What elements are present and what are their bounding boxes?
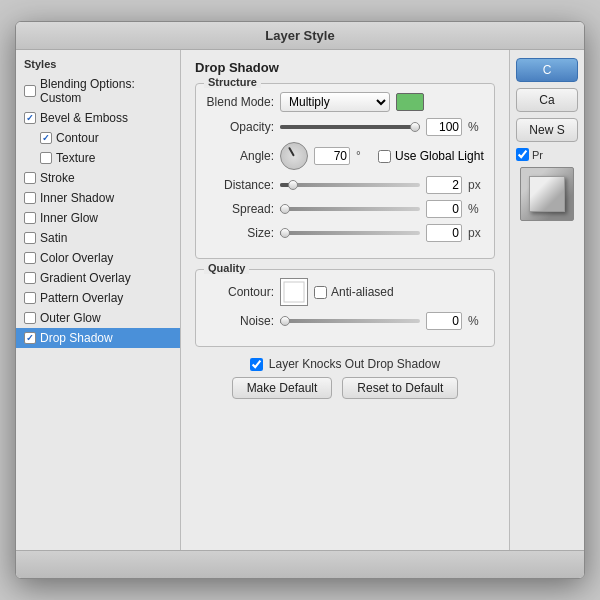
opacity-row: Opacity: %	[206, 118, 484, 136]
sidebar-item-pattern-overlay[interactable]: Pattern Overlay	[16, 288, 180, 308]
size-label: Size:	[206, 226, 274, 240]
preview-label: Pr	[532, 149, 543, 161]
middle-panel: Drop Shadow Structure Blend Mode: Multip…	[181, 50, 509, 550]
sidebar-item-blending-options[interactable]: Blending Options: Custom	[16, 74, 180, 108]
bottom-bar	[16, 550, 584, 578]
sidebar-label-blending-options: Blending Options: Custom	[40, 77, 172, 105]
contour-preview[interactable]	[280, 278, 308, 306]
size-row: Size: px	[206, 224, 484, 242]
knocks-out-checkbox[interactable]	[250, 358, 263, 371]
sidebar-item-outer-glow[interactable]: Outer Glow	[16, 308, 180, 328]
checkbox-gradient-overlay[interactable]	[24, 272, 36, 284]
sidebar-label-texture: Texture	[56, 151, 95, 165]
knocks-out-row: Layer Knocks Out Drop Shadow	[195, 357, 495, 371]
dialog-body: Styles Blending Options: Custom Bevel & …	[16, 50, 584, 550]
spread-slider[interactable]	[280, 207, 420, 211]
reset-default-button[interactable]: Reset to Default	[342, 377, 458, 399]
checkbox-contour[interactable]	[40, 132, 52, 144]
sidebar-label-contour: Contour	[56, 131, 99, 145]
sidebar-label-bevel-emboss: Bevel & Emboss	[40, 111, 128, 125]
sidebar-label-outer-glow: Outer Glow	[40, 311, 101, 325]
checkbox-satin[interactable]	[24, 232, 36, 244]
sidebar-item-inner-shadow[interactable]: Inner Shadow	[16, 188, 180, 208]
checkbox-pattern-overlay[interactable]	[24, 292, 36, 304]
checkbox-outer-glow[interactable]	[24, 312, 36, 324]
spread-label: Spread:	[206, 202, 274, 216]
checkbox-drop-shadow[interactable]	[24, 332, 36, 344]
checkbox-bevel-emboss[interactable]	[24, 112, 36, 124]
sidebar-label-pattern-overlay: Pattern Overlay	[40, 291, 123, 305]
contour-row: Contour: Anti-aliased	[206, 278, 484, 306]
title-bar: Layer Style	[16, 22, 584, 50]
distance-input[interactable]	[426, 176, 462, 194]
blend-mode-select[interactable]: Multiply Normal Screen Overlay	[280, 92, 390, 112]
blend-mode-select-wrapper[interactable]: Multiply Normal Screen Overlay	[280, 92, 390, 112]
sidebar-item-drop-shadow[interactable]: Drop Shadow	[16, 328, 180, 348]
styles-header: Styles	[16, 56, 180, 74]
opacity-slider[interactable]	[280, 125, 420, 129]
sidebar-item-texture[interactable]: Texture	[16, 148, 180, 168]
blend-mode-row: Blend Mode: Multiply Normal Screen Overl…	[206, 92, 484, 112]
make-default-button[interactable]: Make Default	[232, 377, 333, 399]
cancel-button[interactable]: Ca	[516, 88, 578, 112]
svg-rect-0	[284, 282, 304, 302]
sidebar-item-gradient-overlay[interactable]: Gradient Overlay	[16, 268, 180, 288]
distance-slider[interactable]	[280, 183, 420, 187]
sidebar-item-color-overlay[interactable]: Color Overlay	[16, 248, 180, 268]
spread-row: Spread: %	[206, 200, 484, 218]
contour-svg	[283, 281, 305, 303]
sidebar-item-stroke[interactable]: Stroke	[16, 168, 180, 188]
noise-input[interactable]	[426, 312, 462, 330]
right-panel: C Ca New S Pr	[509, 50, 584, 550]
noise-row: Noise: %	[206, 312, 484, 330]
opacity-label: Opacity:	[206, 120, 274, 134]
dialog-title: Layer Style	[265, 28, 334, 43]
ok-button[interactable]: C	[516, 58, 578, 82]
blend-color-swatch[interactable]	[396, 93, 424, 111]
preview-thumbnail	[520, 167, 574, 221]
anti-aliased-row: Anti-aliased	[314, 285, 394, 299]
angle-dial[interactable]	[280, 142, 308, 170]
checkbox-stroke[interactable]	[24, 172, 36, 184]
checkbox-texture[interactable]	[40, 152, 52, 164]
quality-label: Quality	[204, 262, 249, 274]
sidebar-label-gradient-overlay: Gradient Overlay	[40, 271, 131, 285]
distance-row: Distance: px	[206, 176, 484, 194]
angle-input[interactable]	[314, 147, 350, 165]
sidebar-label-stroke: Stroke	[40, 171, 75, 185]
contour-label: Contour:	[206, 285, 274, 299]
checkbox-blending-options[interactable]	[24, 85, 36, 97]
sidebar-label-satin: Satin	[40, 231, 67, 245]
global-light-row: Use Global Light	[378, 149, 484, 163]
quality-group: Quality Contour: Anti-aliased	[195, 269, 495, 347]
sidebar-label-drop-shadow: Drop Shadow	[40, 331, 113, 345]
size-input[interactable]	[426, 224, 462, 242]
sidebar-item-bevel-emboss[interactable]: Bevel & Emboss	[16, 108, 180, 128]
noise-label: Noise:	[206, 314, 274, 328]
noise-unit: %	[468, 314, 484, 328]
size-unit: px	[468, 226, 484, 240]
angle-label: Angle:	[206, 149, 274, 163]
anti-aliased-label: Anti-aliased	[331, 285, 394, 299]
preview-checkbox-row: Pr	[516, 148, 578, 161]
size-slider[interactable]	[280, 231, 420, 235]
global-light-label: Use Global Light	[395, 149, 484, 163]
new-style-button[interactable]: New S	[516, 118, 578, 142]
spread-input[interactable]	[426, 200, 462, 218]
preview-checkbox[interactable]	[516, 148, 529, 161]
checkbox-inner-shadow[interactable]	[24, 192, 36, 204]
sidebar-item-inner-glow[interactable]: Inner Glow	[16, 208, 180, 228]
checkbox-inner-glow[interactable]	[24, 212, 36, 224]
blend-mode-label: Blend Mode:	[206, 95, 274, 109]
preview-inner	[529, 176, 565, 212]
global-light-checkbox[interactable]	[378, 150, 391, 163]
sidebar-label-color-overlay: Color Overlay	[40, 251, 113, 265]
anti-aliased-checkbox[interactable]	[314, 286, 327, 299]
noise-slider[interactable]	[280, 319, 420, 323]
layer-style-dialog: Layer Style Styles Blending Options: Cus…	[15, 21, 585, 579]
sidebar-item-satin[interactable]: Satin	[16, 228, 180, 248]
sidebar-item-contour[interactable]: Contour	[16, 128, 180, 148]
distance-unit: px	[468, 178, 484, 192]
opacity-input[interactable]	[426, 118, 462, 136]
checkbox-color-overlay[interactable]	[24, 252, 36, 264]
